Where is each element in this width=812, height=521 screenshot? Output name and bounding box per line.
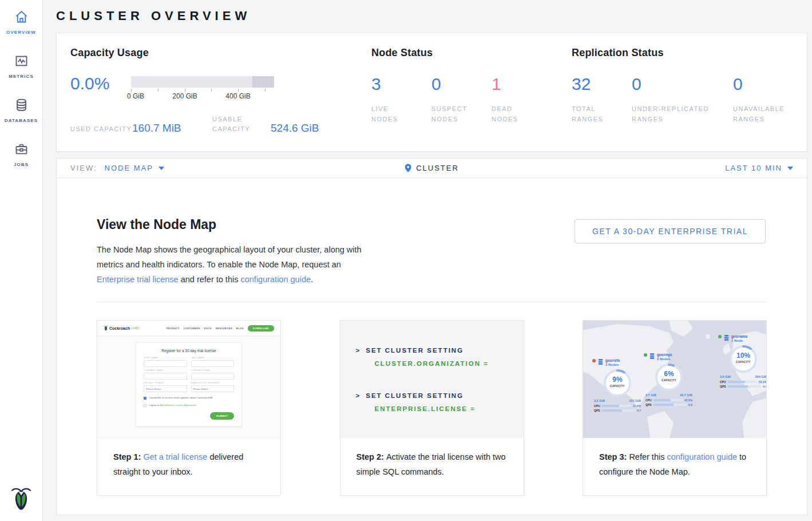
mini-logo-text: Cockroach xyxy=(109,326,130,330)
sidebar: OVERVIEW METRICS DATABASES JO xyxy=(0,0,43,521)
sidebar-item-jobs[interactable]: JOBS xyxy=(0,141,42,167)
enterprise-trial-license-link[interactable]: Enterprise trial license xyxy=(97,275,179,284)
step-card-2: >SET CLUSTER SETTING CLUSTER.ORGANIZATIO… xyxy=(340,320,524,496)
map-pin-icon xyxy=(405,164,411,172)
get-trial-license-link[interactable]: Get a trial license xyxy=(143,452,207,461)
capacity-usage-title: Capacity Usage xyxy=(70,47,371,59)
qps-bar xyxy=(728,385,761,388)
node-status-dot xyxy=(644,353,647,357)
step-label: Step 1: xyxy=(113,452,143,461)
gauge-dark-segment xyxy=(252,76,274,88)
sidebar-item-label: METRICS xyxy=(9,74,34,79)
jobs-icon xyxy=(14,141,29,157)
node-stack-icon xyxy=(597,359,604,365)
gauge-bar xyxy=(131,76,274,88)
mini-checkbox-license: I agree to the Software License Agreemen… xyxy=(144,404,234,407)
step-1-caption: Step 1: Get a trial license delivered st… xyxy=(97,438,280,479)
code-group: >SET CLUSTER SETTING CLUSTER.ORGANIZATIO… xyxy=(356,347,524,367)
mini-form-title: Register for a 30-day trial license xyxy=(144,349,234,353)
stat-label: LIVE NODES xyxy=(371,104,417,124)
sidebar-item-databases[interactable]: DATABASES xyxy=(0,97,42,123)
stat-label: SUSPECT NODES xyxy=(431,104,477,124)
node-status-dot xyxy=(718,335,722,338)
cpu-bar xyxy=(602,405,632,407)
mini-submit-button: SUBMIT xyxy=(210,412,234,420)
map-node-ams: geo=ams1 Node 10% CAPACITY 3.6 GiB364 Gi… xyxy=(718,334,766,389)
step-2-caption: Step 2: Activate the trial license with … xyxy=(340,438,524,479)
stat-value: 1 xyxy=(492,74,552,94)
capacity-percent: 10% xyxy=(728,352,759,360)
prompt-symbol: > xyxy=(356,347,361,354)
sidebar-item-overview[interactable]: OVERVIEW xyxy=(0,9,42,35)
home-icon xyxy=(14,9,29,25)
capacity-donut: 10% CAPACITY xyxy=(728,344,759,374)
node-count: 2 Nodes xyxy=(605,363,620,366)
sql-command: SET CLUSTER SETTING xyxy=(366,347,464,354)
node-map-panel: View the Node Map The Node Map shows the… xyxy=(56,177,807,515)
location-breadcrumb[interactable]: CLUSTER xyxy=(405,164,459,172)
mini-form-field: LAST NAME xyxy=(191,357,235,367)
section-divider xyxy=(97,302,767,302)
capacity-label: CAPACITY xyxy=(602,385,633,388)
mini-nav-item: PRODUCT xyxy=(167,327,180,330)
mini-form-field: REASON FOR INTERESTPlease Select xyxy=(191,382,235,392)
description-text: The Node Map shows the geographical layo… xyxy=(97,245,362,269)
capacity-label: CAPACITY xyxy=(728,361,759,364)
capacity-gauge: 0 GiB 200 GiB 400 GiB xyxy=(131,74,274,101)
cpu-bar xyxy=(653,399,683,401)
databases-icon xyxy=(14,97,29,113)
locality-name: geo=nyc xyxy=(657,353,672,357)
mini-site-header: CockroachLABS PRODUCT CUSTOMERS DOCS RES… xyxy=(97,321,280,336)
used-capacity-label: USED CAPACITY xyxy=(70,124,132,134)
capacity-percent: 9% xyxy=(602,376,633,384)
stat-under-replicated-ranges: 0 UNDER-REPLICATED RANGES xyxy=(632,74,733,124)
capacity-label: CAPACITY xyxy=(653,379,684,382)
configuration-guide-link[interactable]: configuration guide xyxy=(667,452,737,461)
capacity-percent: 6% xyxy=(653,370,684,378)
gauge-ticks xyxy=(131,88,274,92)
sql-command: SET CLUSTER SETTING xyxy=(366,392,464,399)
node-count: 1 Node xyxy=(731,339,747,342)
stat-value: 0 xyxy=(431,74,492,94)
stat-unavailable-ranges: 0 UNAVAILABLE RANGES xyxy=(733,74,793,124)
mini-registration-form: Register for a 30-day trial license FIRS… xyxy=(136,342,242,427)
metrics-icon xyxy=(14,53,29,69)
enterprise-trial-button[interactable]: GET A 30-DAY ENTERPRISE TRIAL xyxy=(575,219,766,243)
node-status-title: Node Status xyxy=(371,47,572,59)
stat-live-nodes: 3 LIVE NODES xyxy=(371,74,431,124)
sidebar-item-label: JOBS xyxy=(14,162,29,167)
stat-label: UNAVAILABLE RANGES xyxy=(733,104,779,124)
stat-total-ranges: 32 TOTAL RANGES xyxy=(572,74,632,124)
cockroachdb-logo xyxy=(10,486,32,513)
cpu-bar xyxy=(728,381,757,383)
node-stack-icon xyxy=(649,353,655,360)
code-group: >SET CLUSTER SETTING ENTERPRISE.LICENSE … xyxy=(356,392,524,412)
mini-form-field: COMPANY NAME xyxy=(144,369,187,380)
mini-checkbox-updates: I would like to receive email updates ab… xyxy=(144,396,234,400)
node-map-preview: geo=sfo2 Nodes 9% CAPACITY 3.2 GiB331 Gi… xyxy=(583,321,766,438)
sidebar-item-metrics[interactable]: METRICS xyxy=(0,53,42,79)
map-node-nyc: geo=nyc2 Nodes 6% CAPACITY 3.7 GiB43.7 G… xyxy=(644,353,694,408)
capacity-percent: 0.0% xyxy=(70,74,131,101)
view-dropdown[interactable]: NODE MAP xyxy=(105,164,164,172)
time-range-value: LAST 10 MIN xyxy=(725,164,782,172)
node-stack-icon xyxy=(723,335,730,341)
time-range-dropdown[interactable]: LAST 10 MIN xyxy=(725,164,793,172)
sql-argument: CLUSTER.ORGANIZATION = xyxy=(375,360,524,367)
page-title: CLUSTER OVERVIEW xyxy=(56,9,807,23)
node-status-dot xyxy=(592,359,596,362)
qps-bar xyxy=(602,409,635,412)
description-text: . xyxy=(311,275,313,284)
cockroach-bug-icon xyxy=(104,325,108,331)
main-content: CLUSTER OVERVIEW Capacity Usage 0.0% xyxy=(43,0,812,521)
gauge-tick-label: 400 GiB xyxy=(225,92,250,100)
step-label: Step 3: xyxy=(599,452,629,461)
qps-bar xyxy=(653,404,687,406)
mini-site-body: Register for a 30-day trial license FIRS… xyxy=(97,336,280,427)
mini-nav-item: RESOURCES xyxy=(216,327,232,330)
stat-suspect-nodes: 0 SUSPECT NODES xyxy=(431,74,492,124)
chevron-down-icon xyxy=(159,167,164,170)
map-node-sfo: geo=sfo2 Nodes 9% CAPACITY 3.2 GiB331 Gi… xyxy=(592,358,643,413)
gauge-tick-label: 0 GiB xyxy=(127,92,144,100)
configuration-guide-link[interactable]: configuration guide xyxy=(240,275,311,284)
